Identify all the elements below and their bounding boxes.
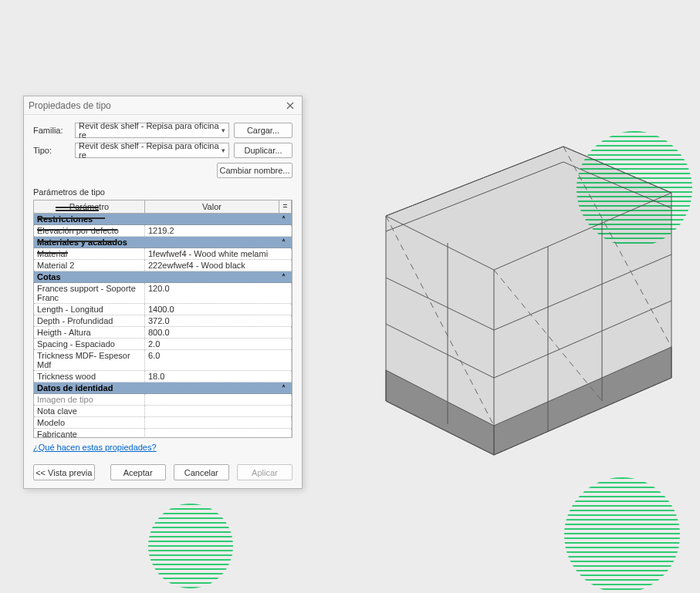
close-icon[interactable] xyxy=(283,99,297,113)
cancel-button[interactable]: Cancelar xyxy=(174,464,229,480)
decorative-stripes-2 xyxy=(564,477,680,593)
table-row[interactable]: Nota clave xyxy=(34,406,292,417)
collapse-icon[interactable]: ˄ xyxy=(279,215,289,224)
table-row[interactable]: Material 1fewfwef4 - Wood white melami xyxy=(34,248,292,260)
model-viewport[interactable] xyxy=(347,123,687,478)
parameters-label: Parámetros de tipo xyxy=(33,187,293,197)
dialog-title: Propiedades de tipo xyxy=(29,100,283,111)
chevron-down-icon: ▾ xyxy=(221,126,225,134)
table-row[interactable]: Trickness MDF- Espesor Mdf6.0 xyxy=(34,350,292,371)
titlebar: Propiedades de tipo xyxy=(24,96,302,115)
section-identidad[interactable]: Datos de identidad ˄ xyxy=(34,382,292,394)
apply-button[interactable]: Aplicar xyxy=(237,464,293,480)
family-label: Familia: xyxy=(33,126,70,135)
rename-button[interactable]: Cambiar nombre... xyxy=(217,163,293,178)
collapse-icon[interactable]: ˄ xyxy=(279,238,289,247)
section-cotas[interactable]: Cotas ˄ xyxy=(34,271,292,283)
collapse-icon[interactable]: ˄ xyxy=(279,384,289,393)
preview-button[interactable]: << Vista previa xyxy=(33,464,95,480)
table-row[interactable]: Spacing - Espaciado2.0 xyxy=(34,339,292,350)
col-value: Valor xyxy=(145,200,279,213)
table-row[interactable]: Elevación por defecto 1219.2 xyxy=(34,225,292,237)
load-button[interactable]: Cargar... xyxy=(234,123,293,138)
table-row[interactable]: Trickness wood18.0 xyxy=(34,371,292,382)
table-row[interactable]: Material 2 222ewfwef4 - Wood black xyxy=(34,260,292,271)
collapse-icon[interactable]: ˄ xyxy=(279,273,289,281)
table-row[interactable]: Depth - Profundidad372.0 xyxy=(34,315,292,327)
table-row[interactable]: Modelo xyxy=(34,417,292,429)
duplicate-button[interactable]: Duplicar... xyxy=(234,143,293,158)
decorative-stripes-3 xyxy=(148,504,233,588)
table-row[interactable]: Imagen de tipo xyxy=(34,394,292,406)
type-select-value: Revit desk shelf - Repisa para oficina r… xyxy=(79,141,225,160)
table-body[interactable]: Restricciones ˄ Elevación por defecto 12… xyxy=(34,214,292,437)
parameters-table: Parámetro Valor = Restricciones ˄ Elevac… xyxy=(33,200,293,438)
table-row[interactable]: Fabricante xyxy=(34,429,292,437)
help-link[interactable]: ¿Qué hacen estas propiedades? xyxy=(33,443,293,452)
accept-button[interactable]: Aceptar xyxy=(110,464,166,480)
col-equals: = xyxy=(279,200,292,213)
section-materiales[interactable]: Materiales y acabados ˄ xyxy=(34,237,292,248)
family-select-value: Revit desk shelf - Repisa para oficina r… xyxy=(79,121,225,140)
table-row[interactable]: Length - Longitud1400.0 xyxy=(34,304,292,315)
section-restricciones[interactable]: Restricciones ˄ xyxy=(34,214,292,225)
type-select[interactable]: Revit desk shelf - Repisa para oficina r… xyxy=(75,143,229,158)
table-row[interactable]: Heigth - Altura800.0 xyxy=(34,327,292,339)
type-label: Tipo: xyxy=(33,146,70,155)
family-select[interactable]: Revit desk shelf - Repisa para oficina r… xyxy=(75,123,229,138)
type-properties-dialog: Propiedades de tipo Familia: Revit desk … xyxy=(23,96,303,489)
table-row[interactable]: Frances support - Soporte Franc120.0 xyxy=(34,283,292,304)
chevron-down-icon: ▾ xyxy=(221,147,225,154)
